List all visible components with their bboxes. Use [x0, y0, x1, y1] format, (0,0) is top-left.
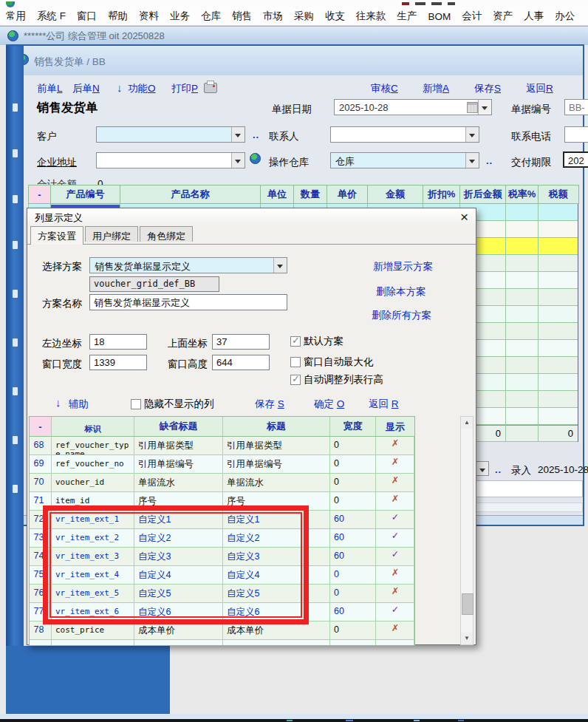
- footer-input[interactable]: [471, 480, 583, 497]
- left-coord-input[interactable]: 18: [89, 334, 147, 350]
- menu-item[interactable]: 资料: [139, 10, 159, 23]
- auto-row-height-checkbox[interactable]: 自动调整列表行高: [290, 373, 383, 386]
- menu-item[interactable]: 人事: [524, 10, 544, 23]
- customer-combo[interactable]: [96, 126, 245, 143]
- visibility-check-icon[interactable]: ✓: [376, 603, 414, 621]
- menu-item[interactable]: 往来款: [356, 10, 386, 23]
- visibility-cross-icon[interactable]: ✗: [376, 566, 414, 585]
- footer-combo[interactable]: [476, 461, 489, 476]
- menu-item[interactable]: 仓库: [201, 10, 221, 23]
- menu-item[interactable]: 系统 F: [37, 10, 66, 23]
- scroll-down-icon[interactable]: ▼: [461, 633, 473, 644]
- column-header[interactable]: 单价: [327, 185, 368, 203]
- column-header[interactable]: 金额: [368, 185, 423, 203]
- visibility-cross-icon[interactable]: ✗: [376, 455, 414, 474]
- helper-button[interactable]: 辅助: [69, 398, 89, 411]
- footer-lookup-dots[interactable]: ..: [495, 464, 502, 475]
- warehouse-lookup-dots[interactable]: ..: [486, 155, 493, 166]
- functions-button[interactable]: 功能O: [128, 82, 156, 95]
- column-header[interactable]: 宽度: [330, 417, 376, 437]
- close-icon[interactable]: ×: [460, 209, 468, 225]
- window-height-input[interactable]: 644: [212, 355, 270, 370]
- printer-icon[interactable]: [204, 83, 217, 93]
- checkbox-checked-icon[interactable]: [290, 375, 301, 385]
- address-combo[interactable]: [96, 152, 245, 168]
- phone-input[interactable]: [564, 126, 588, 143]
- menu-item[interactable]: 会计: [462, 10, 482, 23]
- visibility-cross-icon[interactable]: ✗: [376, 474, 414, 492]
- tab-scheme-settings[interactable]: 方案设置: [30, 226, 83, 245]
- top-coord-input[interactable]: 37: [212, 334, 270, 350]
- visibility-cross-icon[interactable]: ✗: [376, 492, 414, 511]
- add-scheme-link[interactable]: 新增显示方案: [373, 260, 433, 273]
- deadline-input[interactable]: 202: [563, 151, 588, 168]
- date-dropdown-arrow[interactable]: [478, 100, 491, 115]
- auto-maximize-checkbox[interactable]: 窗口自动最大化: [290, 355, 374, 369]
- warehouse-combo[interactable]: 仓库: [330, 152, 479, 168]
- map-globe-icon[interactable]: [250, 153, 261, 164]
- visibility-check-icon[interactable]: ✓: [376, 548, 414, 566]
- column-header[interactable]: 标识: [52, 417, 134, 437]
- column-header[interactable]: 数量: [294, 185, 327, 203]
- column-header[interactable]: 缺省标题: [134, 417, 223, 437]
- menu-item[interactable]: 办公: [555, 10, 575, 23]
- voucher-no-input[interactable]: BB-: [564, 99, 588, 115]
- delete-scheme-link[interactable]: 删除本方案: [376, 285, 426, 299]
- save-button[interactable]: 保存S: [474, 82, 501, 95]
- checkbox-unchecked-icon[interactable]: [290, 357, 301, 367]
- table-row[interactable]: 69ref_voucher_no引用单据编号引用单据编号0✗: [30, 455, 414, 474]
- address-label[interactable]: 企业地址: [37, 156, 77, 169]
- checkbox-checked-icon[interactable]: [290, 336, 301, 347]
- tab-user-binding[interactable]: 用户绑定: [85, 226, 138, 242]
- menu-item[interactable]: 常用: [6, 10, 26, 23]
- side-panel-strip[interactable]: [6, 46, 24, 646]
- column-header[interactable]: 税额: [539, 185, 578, 203]
- table-row[interactable]: 70voucher_id单据流水单据流水0✗: [30, 474, 414, 492]
- column-header[interactable]: 产品编号: [51, 185, 120, 203]
- scroll-up-icon[interactable]: ▲: [461, 417, 473, 429]
- column-header[interactable]: 产品名称: [120, 185, 261, 203]
- menu-item[interactable]: 窗口: [77, 10, 97, 23]
- scheme-select-combo[interactable]: 销售发货单据显示定义: [89, 257, 287, 273]
- dialog-ok-button[interactable]: 确定 O: [314, 398, 344, 411]
- checkbox-unchecked-icon[interactable]: [131, 399, 141, 409]
- hide-columns-checkbox[interactable]: 隐藏不显示的列: [131, 398, 214, 411]
- column-header[interactable]: 单位: [261, 185, 294, 203]
- menu-item[interactable]: 采购: [294, 10, 314, 23]
- contact-combo[interactable]: [330, 126, 479, 143]
- visibility-check-icon[interactable]: ✓: [376, 511, 414, 529]
- delete-all-schemes-link[interactable]: 删除所有方案: [372, 309, 431, 322]
- column-header[interactable]: 显示: [376, 417, 414, 437]
- menu-item[interactable]: 帮助: [108, 10, 128, 23]
- dropdown-arrow[interactable]: [465, 153, 479, 168]
- print-button[interactable]: 打印P: [171, 82, 198, 95]
- dropdown-arrow[interactable]: [231, 127, 245, 142]
- scrollbar-thumb[interactable]: [462, 593, 474, 615]
- table-scrollbar[interactable]: ▲ ▼: [460, 416, 474, 645]
- table-row[interactable]: 68ref_voucher_type_name引用单据类型引用单据类型0✗: [30, 437, 414, 455]
- dropdown-arrow[interactable]: [465, 127, 479, 142]
- menu-item[interactable]: BOM: [428, 11, 451, 22]
- column-header[interactable]: 标题: [223, 417, 330, 437]
- scheme-code-field[interactable]: voucher_grid_def_BB: [89, 276, 219, 292]
- next-voucher-button[interactable]: 后单N: [72, 82, 100, 95]
- prev-voucher-button[interactable]: 前单L: [37, 82, 63, 95]
- default-scheme-checkbox[interactable]: 默认方案: [290, 335, 343, 348]
- menu-item[interactable]: 资产: [493, 10, 513, 23]
- dropdown-arrow[interactable]: [476, 462, 488, 475]
- menu-item[interactable]: 销售: [232, 10, 252, 23]
- audit-button[interactable]: 审核C: [371, 82, 398, 95]
- menu-item[interactable]: 市场: [263, 10, 283, 23]
- column-header[interactable]: 税率%: [506, 185, 539, 203]
- visibility-cross-icon[interactable]: ✗: [376, 585, 414, 603]
- window-width-input[interactable]: 1339: [89, 355, 147, 370]
- visibility-check-icon[interactable]: ✓: [376, 529, 414, 548]
- visibility-cross-icon[interactable]: ✗: [376, 621, 414, 640]
- return-button[interactable]: 返回R: [526, 82, 553, 95]
- dropdown-arrow[interactable]: [231, 153, 245, 168]
- menu-item[interactable]: 生产: [397, 10, 417, 23]
- menu-item[interactable]: 业务: [170, 10, 190, 23]
- dropdown-arrow[interactable]: [273, 258, 287, 273]
- visibility-cross-icon[interactable]: ✗: [376, 437, 414, 455]
- dialog-save-button[interactable]: 保存 S: [255, 398, 284, 411]
